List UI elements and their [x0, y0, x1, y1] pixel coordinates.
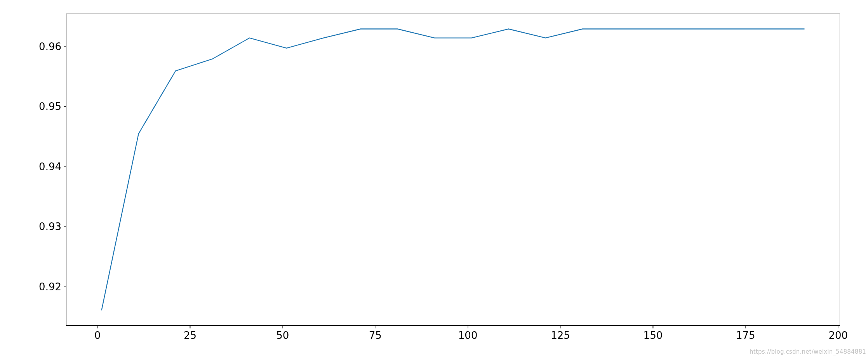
x-tick-mark	[838, 326, 838, 328]
x-tick-label: 25	[184, 330, 197, 341]
y-tick-mark	[64, 166, 66, 167]
x-tick-mark	[97, 326, 97, 328]
y-tick-mark	[64, 46, 66, 47]
x-tick-mark	[190, 326, 190, 328]
x-tick-label: 175	[736, 330, 755, 341]
x-tick-label: 125	[551, 330, 570, 341]
y-tick-mark	[64, 227, 66, 227]
x-tick-mark	[282, 326, 283, 328]
x-tick-label: 200	[828, 330, 848, 341]
chart-container: 0.92 0.93 0.94 0.95 0.96 0 25 50 75 100 …	[0, 0, 868, 356]
y-tick-mark	[64, 286, 66, 287]
plot-area	[66, 14, 840, 326]
x-tick-mark	[560, 326, 560, 328]
x-tick-label: 50	[276, 330, 289, 341]
x-tick-label: 0	[94, 330, 101, 341]
x-tick-label: 75	[369, 330, 382, 341]
y-tick-label: 0.93	[39, 221, 61, 232]
y-tick-label: 0.94	[39, 161, 61, 173]
y-tick-label: 0.95	[39, 101, 61, 112]
y-tick-label: 0.96	[39, 41, 61, 52]
line-series	[66, 14, 840, 325]
x-tick-mark	[375, 326, 376, 328]
x-tick-label: 150	[644, 330, 663, 341]
x-tick-mark	[653, 326, 653, 328]
x-tick-mark	[468, 326, 468, 328]
x-tick-label: 100	[458, 330, 478, 341]
y-tick-mark	[64, 106, 66, 107]
x-tick-mark	[745, 326, 746, 328]
watermark-text: https://blog.csdn.net/weixin_54884881	[750, 348, 866, 355]
y-tick-label: 0.92	[39, 281, 61, 293]
